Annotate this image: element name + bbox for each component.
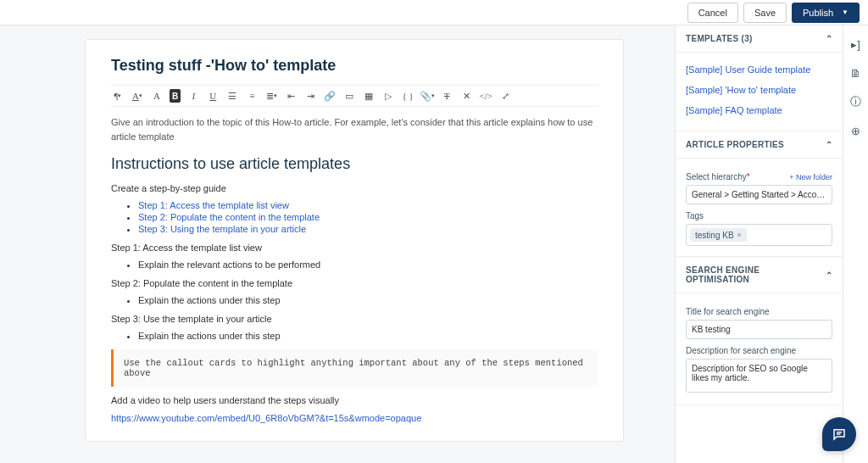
steps-links-list: Step 1: Access the template list view St… <box>138 200 598 234</box>
templates-panel-header[interactable]: TEMPLATES (3) ⌃ <box>676 25 843 53</box>
document-icon[interactable]: 🗎 <box>849 66 863 80</box>
paragraph-format-icon[interactable]: ¶▾ <box>111 89 125 103</box>
seo-header-label: SEARCH ENGINE OPTIMISATION <box>686 265 826 284</box>
publish-button[interactable]: Publish ▼ <box>792 3 860 23</box>
chat-fab[interactable] <box>822 417 856 451</box>
list-item[interactable]: Explain the relevant actions to be perfo… <box>138 259 598 270</box>
italic-icon[interactable]: I <box>186 89 200 103</box>
chevron-up-icon: ⌃ <box>826 140 832 149</box>
article-card: Testing stuff -'How to' template ¶▾ A▾ A… <box>85 39 624 442</box>
code-block-icon[interactable]: { } <box>401 89 415 103</box>
properties-panel-header[interactable]: ARTICLE PROPERTIES ⌃ <box>676 131 843 159</box>
attachment-icon[interactable]: 📎▾ <box>420 89 434 103</box>
highlight-icon[interactable]: A <box>150 89 164 103</box>
globe-icon[interactable]: ⊕ <box>849 124 863 137</box>
list-item: Step 1: Access the template list view <box>138 200 598 210</box>
caret-down-icon: ▼ <box>842 8 849 16</box>
font-color-icon[interactable]: A▾ <box>131 89 144 103</box>
fullscreen-icon[interactable]: ⤢ <box>498 89 512 103</box>
list-item: Step 2: Populate the content in the temp… <box>138 212 598 222</box>
hierarchy-select[interactable]: General > Getting Started > Account Sett <box>686 185 832 204</box>
hierarchy-label-row: Select hierarchy* + New folder <box>686 172 832 181</box>
align-icon[interactable]: ≣▾ <box>264 89 278 103</box>
editor-toolbar: ¶▾ A▾ A B I U ☰ ≡ ≣▾ ⇤ ⇥ 🔗 ▭ ▦ ▷ { } 📎▾ … <box>111 85 598 107</box>
seo-title-label: Title for search engine <box>686 307 832 316</box>
new-folder-link[interactable]: + New folder <box>789 173 832 181</box>
step2-list: Explain the actions under this step <box>138 295 598 305</box>
indent-icon[interactable]: ⇥ <box>303 89 317 103</box>
remove-tag-icon[interactable]: × <box>737 231 742 239</box>
chevron-up-icon: ⌃ <box>826 34 832 43</box>
list-item[interactable]: Explain the actions under this step <box>138 295 598 305</box>
tags-label: Tags <box>686 211 832 220</box>
video-icon[interactable]: ▷ <box>381 89 395 103</box>
code-view-icon[interactable]: </> <box>479 89 492 103</box>
save-button[interactable]: Save <box>743 3 787 23</box>
seo-desc-textarea[interactable]: Description for SEO so Google likes my a… <box>686 359 832 393</box>
seo-title-input[interactable] <box>686 320 832 339</box>
properties-sidebar: TEMPLATES (3) ⌃ [Sample] User Guide temp… <box>675 25 843 463</box>
top-action-bar: Cancel Save Publish ▼ <box>0 0 868 25</box>
callout-card[interactable]: Use the callout cards to highlight anyth… <box>111 349 598 387</box>
video-url-link[interactable]: https://www.youtube.com/embed/U0_6R8oVbG… <box>111 413 421 423</box>
hierarchy-label: Select hierarchy* <box>686 172 750 181</box>
seo-desc-label: Description for search engine <box>686 346 832 355</box>
intro-paragraph[interactable]: Give an introduction to the topic of thi… <box>111 115 598 143</box>
tags-input[interactable]: testing KB × <box>686 224 832 246</box>
step-link-1[interactable]: Step 1: Access the template list view <box>138 200 289 210</box>
tag-text: testing KB <box>695 231 734 240</box>
properties-header-label: ARTICLE PROPERTIES <box>686 140 784 149</box>
step1-list: Explain the relevant actions to be perfo… <box>138 259 598 270</box>
templates-panel-body: [Sample] User Guide template [Sample] 'H… <box>676 53 843 131</box>
right-icon-bar: ▸] 🗎 ⓘ ⊕ <box>843 25 868 463</box>
properties-panel-body: Select hierarchy* + New folder General >… <box>676 159 843 257</box>
chat-icon <box>832 427 847 442</box>
template-link-user-guide[interactable]: [Sample] User Guide template <box>686 59 832 80</box>
guide-label[interactable]: Create a step-by-step guide <box>111 183 598 193</box>
list-item[interactable]: Explain the actions under this step <box>138 331 598 341</box>
chevron-up-icon: ⌃ <box>826 271 832 280</box>
ordered-list-icon[interactable]: ≡ <box>245 89 259 103</box>
image-icon[interactable]: ▭ <box>342 89 356 103</box>
clear-format-icon[interactable]: ✕ <box>459 89 473 103</box>
main-layout: Testing stuff -'How to' template ¶▾ A▾ A… <box>0 25 868 463</box>
instructions-heading[interactable]: Instructions to use article templates <box>111 155 598 173</box>
table-icon[interactable]: ▦ <box>362 89 376 103</box>
video-hint[interactable]: Add a video to help users understand the… <box>111 395 598 405</box>
cancel-button[interactable]: Cancel <box>687 3 738 23</box>
step1-title[interactable]: Step 1: Access the template list view <box>111 243 598 253</box>
link-icon[interactable]: 🔗 <box>323 89 337 103</box>
step-link-2[interactable]: Step 2: Populate the content in the temp… <box>138 212 320 222</box>
publish-label: Publish <box>803 8 833 18</box>
step2-title[interactable]: Step 2: Populate the content in the temp… <box>111 278 598 288</box>
step3-title[interactable]: Step 3: Use the template in your article <box>111 314 598 324</box>
strikethrough-icon[interactable]: T <box>440 89 453 103</box>
templates-header-label: TEMPLATES (3) <box>686 34 753 43</box>
info-icon[interactable]: ⓘ <box>849 95 863 109</box>
template-link-faq[interactable]: [Sample] FAQ template <box>686 100 832 120</box>
step-link-3[interactable]: Step 3: Using the template in your artic… <box>138 224 306 234</box>
bold-icon[interactable]: B <box>170 89 181 103</box>
outdent-icon[interactable]: ⇤ <box>284 89 298 103</box>
underline-icon[interactable]: U <box>206 89 220 103</box>
tag-chip: testing KB × <box>690 228 747 242</box>
panel-toggle-icon[interactable]: ▸] <box>849 37 863 51</box>
unordered-list-icon[interactable]: ☰ <box>225 89 239 103</box>
seo-panel-header[interactable]: SEARCH ENGINE OPTIMISATION ⌃ <box>676 257 843 293</box>
editor-area: Testing stuff -'How to' template ¶▾ A▾ A… <box>0 25 675 463</box>
seo-panel-body: Title for search engine Description for … <box>676 293 843 405</box>
template-link-how-to[interactable]: [Sample] 'How to' template <box>686 80 832 100</box>
article-title[interactable]: Testing stuff -'How to' template <box>111 57 598 75</box>
list-item: Step 3: Using the template in your artic… <box>138 224 598 234</box>
step3-list: Explain the actions under this step <box>138 331 598 341</box>
